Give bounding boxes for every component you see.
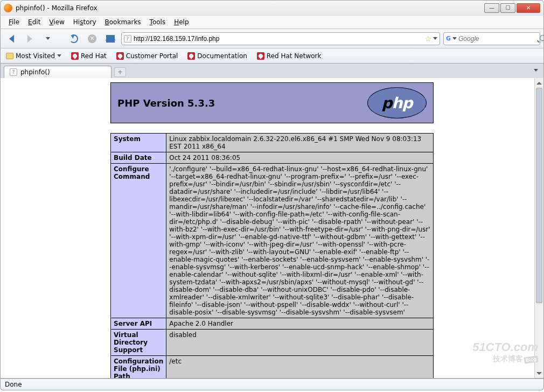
table-row: Build DateOct 24 2011 08:36:05 (111, 152, 434, 164)
redhat-icon (257, 52, 264, 60)
table-row: Configure Command'./configure' '--build=… (111, 164, 434, 318)
arrow-right-icon (27, 35, 32, 43)
cell-value: disabled (166, 330, 434, 356)
cell-key: Configuration File (php.ini) Path (111, 356, 166, 379)
cell-key: System (111, 134, 166, 152)
maximize-button[interactable]: ☐ (500, 3, 515, 13)
table-row: Server APIApache 2.0 Handler (111, 318, 434, 330)
scroll-thumb[interactable] (536, 88, 542, 303)
url-input[interactable] (134, 35, 423, 43)
menu-edit[interactable]: Edit (24, 17, 44, 27)
window-titlebar: phpinfo() - Mozilla Firefox — ☐ ✕ (0, 0, 544, 15)
menu-tools[interactable]: Tools (146, 17, 170, 27)
bookmark-red-hat-network[interactable]: Red Hat Network (255, 51, 324, 61)
reload-icon (69, 34, 78, 43)
cell-key: Server API (111, 318, 166, 330)
window-controls: — ☐ ✕ (484, 3, 540, 13)
google-icon[interactable]: G (446, 35, 451, 43)
tab-strip: phpinfo() + (0, 64, 544, 78)
table-row: Configuration File (php.ini) Path/etc (111, 356, 434, 379)
watermark-line1: 51CTO.com (472, 340, 538, 354)
menu-bookmarks[interactable]: Bookmarks (101, 17, 145, 27)
bookmark-customer-portal[interactable]: Customer Portal (114, 51, 180, 61)
recent-pages-button[interactable] (40, 31, 55, 46)
watermark-line2: 技术博客Blog (472, 354, 538, 364)
bookmark-star-icon[interactable]: ☆ (424, 34, 431, 43)
cell-key: Configure Command (111, 164, 166, 318)
reload-button[interactable] (66, 31, 81, 46)
cell-value: Linux zabbix.localdomain 2.6.32-220.el6.… (166, 134, 434, 152)
bookmark-most-visited[interactable]: Most Visited (4, 51, 64, 61)
bookmark-label: Red Hat (81, 52, 107, 60)
forward-button[interactable] (22, 31, 37, 46)
tab-title: phpinfo() (20, 68, 50, 76)
navigation-toolbar: ✕ ☆ G (0, 29, 544, 48)
search-bar[interactable]: G (443, 32, 540, 45)
redhat-icon (116, 52, 124, 60)
bookmarks-toolbar: Most Visited Red Hat Customer Portal Doc… (0, 48, 544, 64)
url-bar[interactable]: ☆ (121, 32, 440, 45)
table-row: Virtual Directory Supportdisabled (111, 330, 434, 356)
php-version-heading: PHP Version 5.3.3 (117, 97, 215, 109)
url-dropdown-icon[interactable] (433, 37, 437, 40)
arrow-left-icon (9, 35, 14, 43)
search-input[interactable] (458, 35, 540, 43)
watermark: 51CTO.com 技术博客Blog (472, 340, 538, 364)
php-header: PHP Version 5.3.3 php (110, 82, 434, 123)
scrollbar[interactable] (534, 78, 543, 378)
phpinfo-page: PHP Version 5.3.3 php SystemLinux zabbix… (110, 82, 434, 379)
cell-key: Virtual Directory Support (111, 330, 166, 356)
redhat-icon (187, 52, 195, 60)
back-button[interactable] (4, 31, 19, 46)
cell-value: './configure' '--build=x86_64-redhat-lin… (166, 164, 434, 318)
cell-value: Apache 2.0 Handler (166, 318, 434, 330)
bookmark-label: Most Visited (16, 52, 55, 60)
bookmark-documentation[interactable]: Documentation (185, 51, 249, 61)
redhat-icon (71, 52, 79, 60)
phpinfo-table: SystemLinux zabbix.localdomain 2.6.32-22… (110, 133, 434, 379)
php-logo: php (367, 87, 427, 118)
scroll-down-button[interactable] (535, 369, 543, 378)
bookmark-label: Customer Portal (126, 52, 178, 60)
menu-help[interactable]: Help (170, 17, 192, 27)
page-icon (10, 68, 17, 76)
tab-phpinfo[interactable]: phpinfo() (4, 66, 111, 79)
cell-value: Oct 24 2011 08:36:05 (166, 152, 434, 164)
bookmark-label: Red Hat Network (267, 52, 322, 60)
menu-view[interactable]: View (45, 17, 68, 27)
menu-bar: File Edit View History Bookmarks Tools H… (0, 15, 544, 29)
chevron-down-icon (57, 54, 61, 57)
close-button[interactable]: ✕ (517, 3, 540, 13)
folder-icon (6, 53, 13, 59)
chevron-down-icon (46, 37, 50, 40)
site-identity-icon[interactable] (124, 35, 131, 43)
menu-file[interactable]: File (5, 17, 23, 27)
stop-button[interactable]: ✕ (85, 31, 100, 46)
scroll-up-button[interactable] (535, 78, 543, 87)
menu-history[interactable]: History (69, 17, 100, 27)
table-row: SystemLinux zabbix.localdomain 2.6.32-22… (111, 134, 434, 152)
stop-icon: ✕ (88, 34, 96, 43)
home-icon (106, 35, 115, 43)
tab-list-button[interactable] (534, 69, 538, 72)
status-text: Done (5, 381, 22, 388)
bookmark-red-hat[interactable]: Red Hat (69, 51, 109, 61)
bookmark-label: Documentation (197, 52, 247, 60)
status-bar: Done (0, 379, 544, 390)
search-engine-dropdown-icon[interactable] (452, 37, 457, 40)
minimize-button[interactable]: — (484, 3, 499, 13)
content-area: PHP Version 5.3.3 php SystemLinux zabbix… (0, 78, 544, 379)
home-button[interactable] (103, 31, 118, 46)
cell-key: Build Date (111, 152, 166, 164)
firefox-icon (4, 4, 12, 12)
new-tab-button[interactable]: + (114, 67, 126, 77)
cell-value: /etc (166, 356, 434, 379)
window-title: phpinfo() - Mozilla Firefox (16, 4, 484, 12)
